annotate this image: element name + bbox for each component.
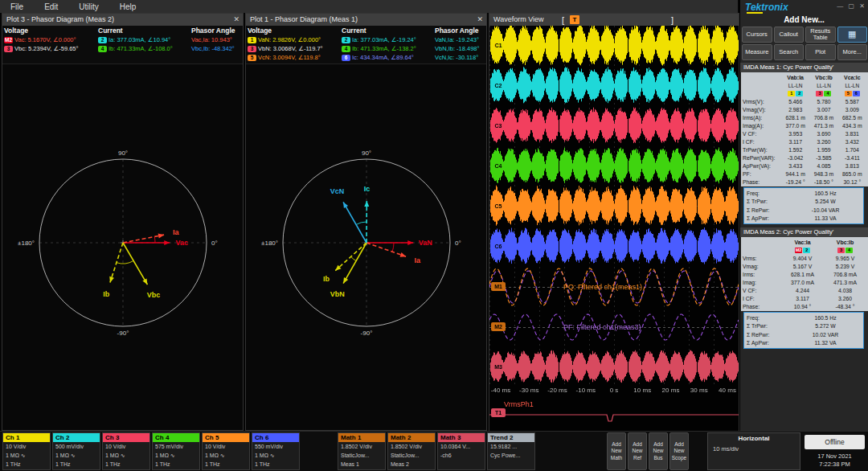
bottom-bar: Horizontal 10 ms/div Offline 17 Nov 2021… xyxy=(0,431,868,471)
phasor-readout-text: Ia: 377.03mA, ∠10.94° xyxy=(108,36,170,43)
zoom-bracket-right-icon[interactable]: ] xyxy=(671,14,674,27)
badge-ch-5[interactable]: Ch 510 V/div1 MΩ ∿1 THz xyxy=(202,432,250,470)
plot1-titlebar[interactable]: Plot 1 - Phasor Diagram (Meas 1) ✕ xyxy=(246,14,486,26)
meas-table-row: Phase:-19.24 °-18.50 °30.12 ° xyxy=(741,178,868,186)
waveform-lane-badge-m1[interactable]: M1 xyxy=(491,282,506,291)
meas2-summary: Freq:160.5 HzΣ TrPwr:5.272 WΣ RePwr:10.0… xyxy=(743,312,864,349)
meas-table-row: Irms:628.1 mA706.8 mA xyxy=(741,270,868,278)
add-new-bus-button[interactable]: AddNewBus xyxy=(649,432,668,470)
meas-table-row: Imag(A):377.0 m471.3 m434.3 m xyxy=(741,121,868,129)
channel-chip: 1 xyxy=(248,37,256,43)
horizontal-panel[interactable]: Horizontal 10 ms/div xyxy=(707,432,800,470)
svg-text:Ib: Ib xyxy=(323,275,330,283)
badge-math-3[interactable]: Math 310.0364 V...-ch6 xyxy=(437,432,485,470)
svg-text:Ib: Ib xyxy=(103,290,110,298)
trigger-marker-icon[interactable]: T xyxy=(570,15,579,24)
offline-button[interactable]: Offline xyxy=(805,435,865,449)
channel-chip: 4 xyxy=(342,46,350,52)
channel-chip: 6 xyxy=(853,91,860,96)
svg-text:-90°: -90° xyxy=(117,330,129,337)
waveform-lane-badge-c1[interactable]: C1 xyxy=(491,41,506,50)
waveform-lane-badge-m3[interactable]: M3 xyxy=(491,362,506,371)
badge-math-1[interactable]: Math 11.8502 V/divStaticJow...Meas 1 xyxy=(338,432,386,470)
plot3-phasor-diagram: 90°±180°-90°0°VacIaVbcIb xyxy=(2,64,243,430)
search-button[interactable]: Search xyxy=(774,44,805,60)
badge-ch-2[interactable]: Ch 2500 mV/div1 MΩ ∿1 THz xyxy=(52,432,100,470)
badge-label: Trend 2 xyxy=(488,433,534,442)
add-new-ref-button[interactable]: AddNewRef xyxy=(628,432,647,470)
close-icon[interactable]: ✕ xyxy=(233,14,240,26)
badge-trend-2[interactable]: Trend 215.9182 ...Cyc Powe... xyxy=(487,432,535,470)
voltage-column-header: Voltage xyxy=(4,27,98,35)
svg-text:-90°: -90° xyxy=(361,330,373,337)
badge-setting: 10 V/div xyxy=(3,442,50,451)
plot1-voltage-list: 1VaN: 2.9826V, ∠0.000°3VbN: 3.0068V, ∠-1… xyxy=(248,35,342,62)
waveform-lane-badge-c6[interactable]: C6 xyxy=(491,242,506,251)
phasor-angle-row: VbN,Ib: -18.498° xyxy=(435,44,486,53)
channel-chip: 4 xyxy=(98,46,107,52)
badge-setting: 1 MΩ ∿ xyxy=(203,451,249,460)
minimize-icon[interactable]: — xyxy=(837,2,843,10)
callout-button[interactable]: Callout xyxy=(774,27,805,43)
phasor-readout-row: 4Ib: 471.33mA, ∠-138.2° xyxy=(342,44,435,53)
svg-text:±180°: ±180° xyxy=(261,240,278,247)
menu-item-help[interactable]: Help xyxy=(109,2,147,11)
results-table-button[interactable]: Results Table xyxy=(805,27,836,43)
badge-setting: Meas 2 xyxy=(388,460,435,469)
meas-table-row: 123456 xyxy=(741,89,868,97)
badge-ch-6[interactable]: Ch 6550 mV/div1 MΩ ∿1 THz xyxy=(252,432,300,470)
plot1-angle-list: VaN,Ia: -19.243°VbN,Ib: -18.498°VcN,Ic: … xyxy=(435,35,486,62)
plot3-readout: Voltage M2Vac: 5.1670V, ∠0.000°3Vbc: 5.2… xyxy=(2,26,243,64)
waveform-lane-badge-c4[interactable]: C4 xyxy=(491,162,506,170)
horizontal-title: Horizontal xyxy=(708,433,800,444)
waveform-lane-badge-c5[interactable]: C5 xyxy=(491,202,506,211)
waveform-titlebar[interactable]: Waveform View [ ] xyxy=(489,14,739,26)
badge-label: Ch 3 xyxy=(103,433,149,442)
measure-button[interactable]: Measure xyxy=(742,44,772,60)
close-icon[interactable]: ✕ xyxy=(859,2,865,10)
cursors-button[interactable]: Cursors xyxy=(742,27,772,43)
meas-summary-row: Σ RePwr:-10.04 VAR xyxy=(744,206,863,215)
plot-button[interactable]: Plot xyxy=(805,44,836,60)
waveform-lane-badge-c3[interactable]: C3 xyxy=(491,121,506,130)
badge-setting: Cyc Powe... xyxy=(488,451,534,460)
waveform-canvas[interactable] xyxy=(489,26,739,432)
more-button[interactable]: More... xyxy=(837,44,868,60)
close-icon[interactable]: ✕ xyxy=(477,14,483,26)
menu-item-edit[interactable]: Edit xyxy=(34,2,68,11)
waveform-lane-badge-t1[interactable]: T1 xyxy=(491,408,506,417)
add-new-scope-button[interactable]: AddNewScope xyxy=(669,432,689,470)
plot3-titlebar[interactable]: Plot 3 - Phasor Diagram (Meas 2) ✕ xyxy=(2,14,243,26)
badge-ch-4[interactable]: Ch 4575 mV/div1 MΩ ∿1 THz xyxy=(152,432,200,470)
badge-ch-3[interactable]: Ch 310 V/div1 MΩ ∿1 THz xyxy=(102,432,150,470)
meas-summary-row: Freq:160.5 Hz xyxy=(744,313,863,322)
phasor-readout-text: VcN: 3.0094V, ∠119.8° xyxy=(258,54,321,61)
channel-chip: 2 xyxy=(796,91,803,96)
menu-item-file[interactable]: File xyxy=(0,2,34,11)
meas-table-row: PF:944.1 m948.3 m865.0 m xyxy=(741,170,868,178)
maximize-icon[interactable]: ▢ xyxy=(849,2,855,10)
badge-math-2[interactable]: Math 21.8502 V/divStaticJow...Meas 2 xyxy=(387,432,436,470)
svg-text:Vbc: Vbc xyxy=(147,291,161,299)
plot3-panel: Plot 3 - Phasor Diagram (Meas 2) ✕ Volta… xyxy=(2,13,244,431)
meas-table-row: LL-LNLL-LNLL-LN xyxy=(741,81,868,89)
meas1-header: IMDA Meas 1: Cyc Power Quality' xyxy=(740,63,868,72)
plot3-voltage-list: M2Vac: 5.1670V, ∠0.000°3Vbc: 5.2394V, ∠-… xyxy=(4,35,98,53)
results-grid-icon-button[interactable]: ▦ xyxy=(837,27,868,43)
horizontal-scale-value: 10 ms/div xyxy=(708,444,800,454)
meas-table-row: Phase:10.94 °-48.34 ° xyxy=(741,302,868,310)
waveform-lane-badge-m2[interactable]: M2 xyxy=(491,322,506,331)
add-new-math-button[interactable]: AddNewMath xyxy=(607,432,626,470)
phasor-angle-row: Vbc,Ib: -48.342° xyxy=(191,44,243,53)
zoom-bracket-left-icon[interactable]: [ xyxy=(562,14,564,27)
menu-item-utility[interactable]: Utility xyxy=(68,2,108,11)
badge-setting: 1 THz xyxy=(203,460,249,469)
meas-table-row: Vab:IaVbc:IbVca:Ic xyxy=(741,73,868,81)
badge-ch-1[interactable]: Ch 110 V/div1 MΩ ∿1 THz xyxy=(2,432,51,470)
meas-table-row: TrPwr(W):1.5921.9591.704 xyxy=(741,145,868,154)
plot1-title: Plot 1 - Phasor Diagram (Meas 1) xyxy=(250,15,358,23)
badge-setting: 1 THz xyxy=(153,460,199,469)
svg-text:0°: 0° xyxy=(455,240,461,247)
waveform-lane-badge-c2[interactable]: C2 xyxy=(491,81,506,90)
meas2-header: IMDA Meas 2: Cyc Power Quality' xyxy=(740,227,868,237)
